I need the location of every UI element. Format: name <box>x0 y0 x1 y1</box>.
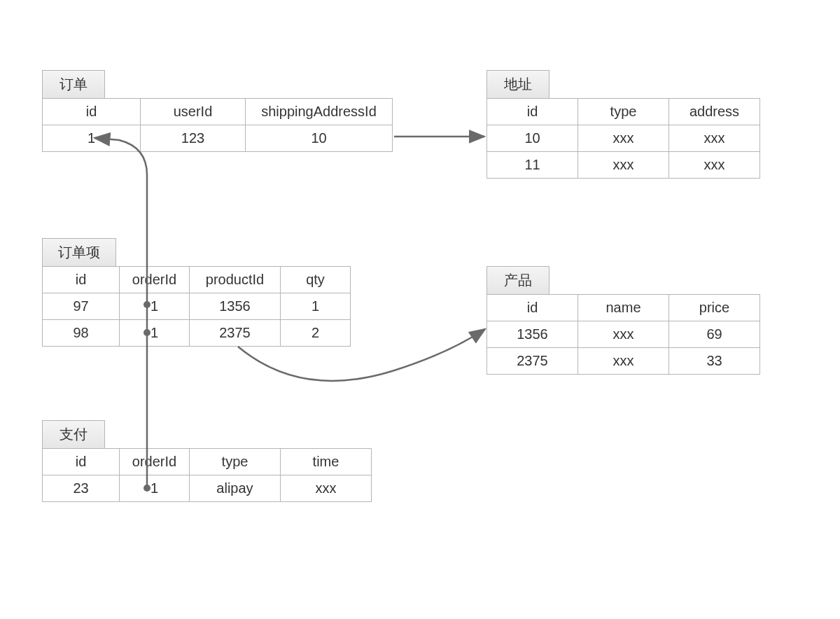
table-row: 1356 xxx 69 <box>487 321 760 348</box>
entity-order-item: 订单项 id orderId productId qty 97 1 1356 1… <box>42 238 351 347</box>
entity-address-title: 地址 <box>486 70 550 98</box>
entity-order-item-title: 订单项 <box>42 238 116 266</box>
table-header-row: id userId shippingAddressId <box>43 99 393 125</box>
cell: 23 <box>43 475 120 502</box>
table-header-row: id name price <box>487 295 760 321</box>
entity-payment: 支付 id orderId type time 23 1 alipay xxx <box>42 420 372 502</box>
cell: 11 <box>487 152 578 179</box>
entity-order-table: id userId shippingAddressId 1 123 10 <box>42 98 393 152</box>
table-header-row: id orderId type time <box>43 449 372 475</box>
col-type: type <box>578 99 669 125</box>
cell: 1 <box>43 125 141 152</box>
table-row: 97 1 1356 1 <box>43 293 351 320</box>
col-orderId: orderId <box>120 267 190 293</box>
table-row: 11 xxx xxx <box>487 152 760 179</box>
cell: 1356 <box>190 293 281 320</box>
col-orderId: orderId <box>120 449 190 475</box>
cell: 10 <box>246 125 393 152</box>
col-id: id <box>43 99 141 125</box>
cell: 2375 <box>190 320 281 347</box>
cell: 33 <box>669 348 760 375</box>
entity-order-item-table: id orderId productId qty 97 1 1356 1 98 … <box>42 266 351 347</box>
col-productId: productId <box>190 267 281 293</box>
col-userId: userId <box>141 99 246 125</box>
cell: xxx <box>578 152 669 179</box>
cell: 2375 <box>487 348 578 375</box>
cell: 69 <box>669 321 760 348</box>
cell: 1 <box>120 293 190 320</box>
entity-payment-table: id orderId type time 23 1 alipay xxx <box>42 448 372 502</box>
col-time: time <box>281 449 372 475</box>
col-name: name <box>578 295 669 321</box>
cell: 10 <box>487 125 578 152</box>
table-row: 1 123 10 <box>43 125 393 152</box>
entity-order-title: 订单 <box>42 70 105 98</box>
cell: xxx <box>578 321 669 348</box>
cell: 1 <box>120 320 190 347</box>
entity-address-table: id type address 10 xxx xxx 11 xxx xxx <box>486 98 760 179</box>
cell: 123 <box>141 125 246 152</box>
cell: xxx <box>669 125 760 152</box>
cell: xxx <box>281 475 372 502</box>
table-header-row: id type address <box>487 99 760 125</box>
entity-product: 产品 id name price 1356 xxx 69 2375 xxx 33 <box>486 266 760 375</box>
entity-product-title: 产品 <box>486 266 550 294</box>
cell: alipay <box>190 475 281 502</box>
cell: 2 <box>281 320 351 347</box>
cell: xxx <box>578 348 669 375</box>
cell: 1 <box>281 293 351 320</box>
col-price: price <box>669 295 760 321</box>
col-qty: qty <box>281 267 351 293</box>
cell: 1 <box>120 475 190 502</box>
col-shippingAddressId: shippingAddressId <box>246 99 393 125</box>
entity-address: 地址 id type address 10 xxx xxx 11 xxx xxx <box>486 70 760 179</box>
entity-payment-title: 支付 <box>42 420 105 448</box>
table-row: 10 xxx xxx <box>487 125 760 152</box>
col-id: id <box>487 99 578 125</box>
table-row: 23 1 alipay xxx <box>43 475 372 502</box>
col-type: type <box>190 449 281 475</box>
cell: xxx <box>578 125 669 152</box>
table-row: 2375 xxx 33 <box>487 348 760 375</box>
col-id: id <box>487 295 578 321</box>
cell: 1356 <box>487 321 578 348</box>
table-header-row: id orderId productId qty <box>43 267 351 293</box>
cell: 98 <box>43 320 120 347</box>
cell: xxx <box>669 152 760 179</box>
col-address: address <box>669 99 760 125</box>
diagram-canvas: 订单 id userId shippingAddressId 1 123 10 … <box>0 0 840 619</box>
entity-order: 订单 id userId shippingAddressId 1 123 10 <box>42 70 393 152</box>
cell: 97 <box>43 293 120 320</box>
table-row: 98 1 2375 2 <box>43 320 351 347</box>
entity-product-table: id name price 1356 xxx 69 2375 xxx 33 <box>486 294 760 375</box>
col-id: id <box>43 449 120 475</box>
col-id: id <box>43 267 120 293</box>
